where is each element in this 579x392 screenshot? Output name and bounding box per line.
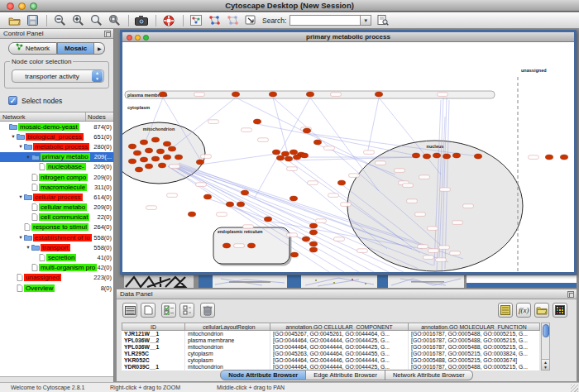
table-row[interactable]: YPL036W__2plasma membrane[GO:0044464, GO… xyxy=(122,337,540,344)
scrollbar-arrows[interactable]: ▲▼ xyxy=(542,359,549,370)
expander-icon[interactable]: ▼ xyxy=(17,235,24,240)
advanced-search-icon[interactable] xyxy=(375,13,391,27)
tree-item-transport[interactable]: ▼transport558(0) xyxy=(0,242,113,252)
close-view-icon[interactable] xyxy=(127,35,132,41)
column-header[interactable]: ID xyxy=(122,323,185,331)
more-tabs-arrow[interactable]: ▶ xyxy=(94,42,105,55)
expander-icon[interactable]: ▼ xyxy=(17,194,24,199)
tree-item-mosaic-demo-yeast[interactable]: mosaic-demo-yeast874(0) xyxy=(0,122,113,131)
network-tab-icon xyxy=(16,43,23,55)
tree-header-nodes[interactable]: Nodes xyxy=(86,112,113,121)
background-window-edge[interactable] xyxy=(199,275,213,288)
tree-item-establishment-of-lo[interactable]: ▼establishment of lo558(0) xyxy=(0,232,113,242)
annotation-icon[interactable] xyxy=(242,13,259,27)
vizmapper-icon[interactable] xyxy=(188,13,204,27)
tree-item-nucleobase-[interactable]: nucleobase-209(0) xyxy=(0,162,113,172)
zoom-out-icon[interactable] xyxy=(51,13,68,27)
background-window-edge[interactable] xyxy=(287,275,301,288)
zoom-view-icon[interactable] xyxy=(143,35,149,41)
close-window-icon[interactable] xyxy=(7,2,14,10)
network-window-titlebar[interactable]: primary metabolic process xyxy=(122,32,574,42)
background-window-fragment[interactable] xyxy=(213,275,287,288)
minimize-view-icon[interactable] xyxy=(135,35,141,41)
tree-item-macromolecule[interactable]: macromolecule311(0) xyxy=(0,182,113,192)
file-icon xyxy=(24,223,31,231)
network-view-window: primary metabolic process plasma membran… xyxy=(120,30,577,275)
help-icon[interactable] xyxy=(160,13,177,27)
delete-attribute-icon[interactable] xyxy=(200,303,215,318)
table-row[interactable]: YJR121W__1mitochondrion[GO:0045267, GO:0… xyxy=(122,331,540,337)
zoom-in-icon[interactable] xyxy=(69,13,86,27)
network-canvas[interactable]: plasma membranecytoplasmmitochondrionnuc… xyxy=(122,42,574,272)
table-row[interactable]: YKR052Ccytoplasm[GO:0044464, GO:0044446,… xyxy=(122,357,540,364)
tab-network-attribute-browser[interactable]: Network Attribute Browser xyxy=(385,370,473,380)
tree-item-cell-communicat[interactable]: cell communicat22(0) xyxy=(0,213,113,222)
node-color-dropdown[interactable]: transporter activity ▲▼ xyxy=(12,69,104,83)
hide-selected-icon[interactable] xyxy=(206,13,223,27)
tree-header-network[interactable]: Network xyxy=(0,112,86,121)
tab-edge-attribute-browser[interactable]: Edge Attribute Browser xyxy=(306,370,385,380)
attribute-list-icon[interactable] xyxy=(498,303,513,318)
table-scrollbar[interactable]: ▲▼ xyxy=(541,323,550,370)
tree-item-cellular-process[interactable]: ▼cellular process614(0) xyxy=(0,192,113,202)
table-row[interactable]: YLR295Ccytoplasm[GO:0045263, GO:0044464,… xyxy=(122,351,540,357)
show-all-icon[interactable] xyxy=(224,13,241,27)
data-panel: Data Panel f(x) ID_cellularLayoutRegiona… xyxy=(116,289,577,382)
background-window-fragment[interactable] xyxy=(467,275,577,288)
column-header[interactable]: _cellularLayoutRegion xyxy=(185,323,270,331)
expander-icon[interactable]: ▼ xyxy=(25,155,31,160)
snapshot-icon[interactable] xyxy=(133,13,150,27)
background-window-fragment[interactable] xyxy=(301,275,377,288)
column-header[interactable]: annotation.GO CELLULAR_COMPONENT xyxy=(270,323,409,331)
tree-item-primary-metabo[interactable]: ▼primary metabo209(... xyxy=(0,152,113,162)
formula-icon[interactable]: f(x) xyxy=(516,303,531,318)
tree-item-overview[interactable]: Overview8(0) xyxy=(0,283,113,293)
tab-node-attribute-browser[interactable]: Node Attribute Browser xyxy=(220,370,306,380)
search-dropdown-icon[interactable]: ▼ xyxy=(361,15,371,26)
tree-item-cellular-metabo[interactable]: cellular metabo209(0) xyxy=(0,203,113,213)
scrollbar-thumb[interactable] xyxy=(543,324,549,337)
zoom-window-icon[interactable] xyxy=(30,2,37,10)
save-icon[interactable] xyxy=(24,13,41,27)
background-window-edge[interactable] xyxy=(377,275,388,288)
select-nodes-checkbox[interactable]: ✓ xyxy=(8,96,17,105)
tab-network[interactable]: Network xyxy=(8,42,57,55)
network-graph[interactable]: plasma membranecytoplasmmitochondrionnuc… xyxy=(122,42,574,272)
table-row[interactable]: YPL036W__1mitochondrion[GO:0044464, GO:0… xyxy=(122,344,540,351)
tree-item-metabolic-process[interactable]: ▼metabolic process280(0) xyxy=(0,141,113,151)
float-data-panel-icon[interactable] xyxy=(567,291,574,298)
tree-item-count: 209(0) xyxy=(93,163,113,170)
select-attributes-icon[interactable] xyxy=(161,303,176,318)
cytoplasm-label: cytoplasm xyxy=(127,105,150,110)
tree-item-biological-process[interactable]: ▼biological_process651(0) xyxy=(0,131,113,141)
float-panel-icon[interactable] xyxy=(104,31,111,37)
control-panel-tabs: NetworkMosaic▶ xyxy=(0,39,113,55)
expander-icon[interactable]: ▼ xyxy=(17,144,24,149)
tree-item-nitrogen-compo[interactable]: nitrogen compo209(0) xyxy=(0,172,113,182)
expander-icon[interactable]: ▼ xyxy=(10,134,17,139)
tree-item-label: multi-organism pro xyxy=(39,264,97,271)
open-icon[interactable] xyxy=(6,13,22,27)
unselect-attributes-icon[interactable] xyxy=(179,303,194,318)
resize-grip[interactable] xyxy=(571,385,578,392)
new-attribute-icon[interactable] xyxy=(141,303,156,318)
search-input[interactable] xyxy=(290,15,361,26)
tree-item-unassigned[interactable]: unassigned223(0) xyxy=(0,273,113,283)
zoom-fit-icon[interactable] xyxy=(106,13,122,27)
matrix-icon[interactable] xyxy=(553,303,567,318)
tree-item-response-to-stimul[interactable]: response to stimul264(0) xyxy=(0,222,113,232)
attribute-select-icon[interactable] xyxy=(122,303,137,318)
file-icon xyxy=(31,184,38,191)
main-toolbar: Search:▼ xyxy=(0,12,579,29)
background-window-fragment[interactable] xyxy=(388,275,464,288)
tree-item-secretion[interactable]: secretion41(0) xyxy=(0,252,113,262)
column-header[interactable]: annotation.GO MOLECULAR_FUNCTION xyxy=(409,323,540,331)
tab-mosaic[interactable]: Mosaic xyxy=(57,42,94,55)
tree-item-multi-organism-pro[interactable]: multi-organism pro42(0) xyxy=(0,263,113,273)
tree-item-count: 558(0) xyxy=(93,244,113,251)
zoom-selected-icon[interactable] xyxy=(88,13,104,27)
minimize-window-icon[interactable] xyxy=(18,2,26,10)
expander-icon[interactable]: ▼ xyxy=(25,245,31,250)
table-cell: mitochondrion xyxy=(185,331,270,337)
import-icon[interactable] xyxy=(534,303,549,318)
